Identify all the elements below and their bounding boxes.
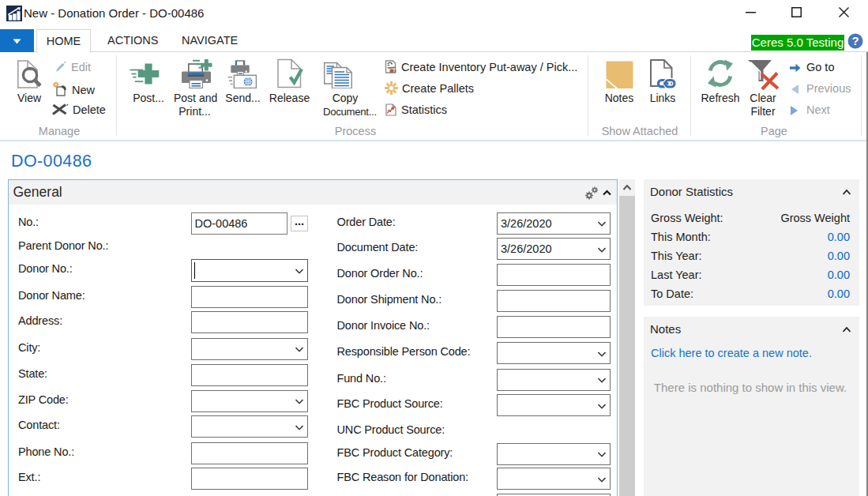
svg-text:?: ? [851, 34, 859, 47]
